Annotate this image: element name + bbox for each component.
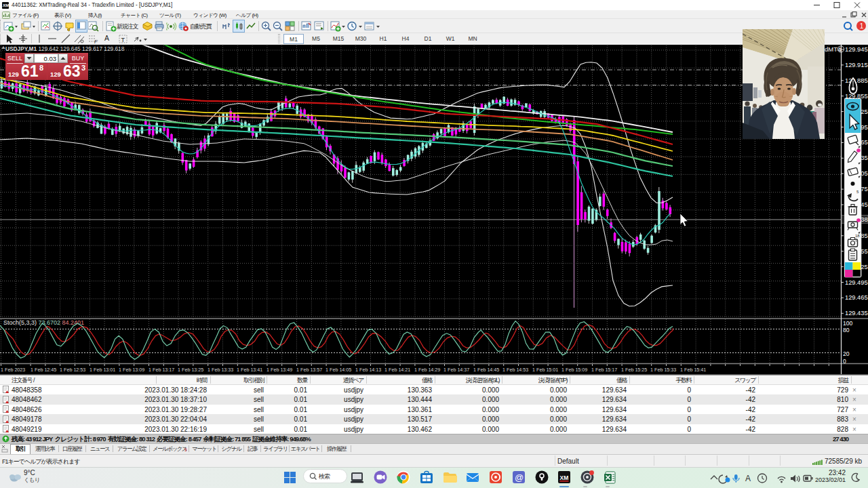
svg-text:1 Feb 12:45: 1 Feb 12:45 <box>31 367 56 373</box>
svg-text:129.945: 129.945 <box>845 46 868 53</box>
svg-text:1 Feb 14:29: 1 Feb 14:29 <box>414 367 440 373</box>
svg-text:1 Feb 14:53: 1 Feb 14:53 <box>502 367 528 373</box>
svg-text:1 Feb 13:01: 1 Feb 13:01 <box>90 367 115 373</box>
svg-text:8: 8 <box>840 47 842 52</box>
svg-text:80: 80 <box>843 327 850 333</box>
svg-text:0: 0 <box>843 358 846 365</box>
svg-text:100: 100 <box>843 320 853 327</box>
svg-text:A: A <box>745 474 751 483</box>
svg-text:1 Feb 14:05: 1 Feb 14:05 <box>326 367 351 373</box>
svg-text:1 Feb 13:33: 1 Feb 13:33 <box>208 367 233 373</box>
svg-text:1 Feb 13:25: 1 Feb 13:25 <box>178 367 203 373</box>
svg-text:1 Feb 15:33: 1 Feb 15:33 <box>650 367 676 373</box>
svg-text:129.915: 129.915 <box>845 62 868 68</box>
svg-text:1 Feb 13:17: 1 Feb 13:17 <box>149 367 174 373</box>
svg-text:1 Feb 13:09: 1 Feb 13:09 <box>119 367 144 373</box>
svg-text:129.435: 129.435 <box>845 310 868 317</box>
svg-text:1 Feb 15:41: 1 Feb 15:41 <box>680 367 706 373</box>
svg-text:@: @ <box>515 472 524 483</box>
svg-text:1: 1 <box>860 22 864 30</box>
svg-text:1 Feb 14:45: 1 Feb 14:45 <box>473 367 499 373</box>
svg-text:1 Feb 13:41: 1 Feb 13:41 <box>237 367 262 373</box>
svg-text:USDJPY,M1 129.642 129.645 129: USDJPY,M1 129.642 129.645 129.617 129.61… <box>5 45 125 52</box>
svg-text:1 Feb 15:17: 1 Feb 15:17 <box>591 367 617 373</box>
svg-text:Stoch(5,3,3) 73.6702 84.2401: Stoch(5,3,3) 73.6702 84.2401 <box>3 319 84 326</box>
svg-text:1 Feb 2023: 1 Feb 2023 <box>1 367 25 373</box>
svg-text:1 Feb 12:53: 1 Feb 12:53 <box>60 367 85 373</box>
svg-text:129.495: 129.495 <box>845 279 868 286</box>
svg-text:1 Feb 15:01: 1 Feb 15:01 <box>532 367 558 373</box>
svg-text:1 Feb 15:25: 1 Feb 15:25 <box>621 367 647 373</box>
svg-text:1 Feb 13:49: 1 Feb 13:49 <box>267 367 292 373</box>
svg-text:20: 20 <box>843 350 850 357</box>
svg-text:1 Feb 14:13: 1 Feb 14:13 <box>355 367 381 373</box>
svg-text:129.465: 129.465 <box>845 294 868 301</box>
svg-text:XM: XM <box>560 474 569 481</box>
svg-text:1 Feb 13:57: 1 Feb 13:57 <box>296 367 322 373</box>
svg-text:1 Feb 14:37: 1 Feb 14:37 <box>443 367 469 373</box>
svg-text:18: 18 <box>855 234 860 238</box>
svg-text:1 Feb 14:21: 1 Feb 14:21 <box>384 367 410 373</box>
svg-text:1 Feb 15:09: 1 Feb 15:09 <box>561 367 587 373</box>
